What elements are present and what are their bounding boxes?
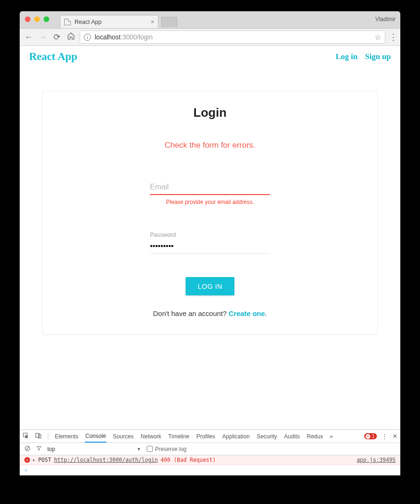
password-field-wrapper: Password [150,232,270,254]
expand-icon[interactable]: ▶ [33,458,35,462]
clear-console-icon[interactable] [24,445,30,453]
password-input[interactable] [150,239,270,254]
log-method: POST [38,457,51,463]
email-input[interactable] [150,180,270,195]
devtools-tab-profiles[interactable]: Profiles [196,430,216,443]
tab-title: React App [75,19,102,25]
svg-rect-1 [36,433,39,437]
brand-title[interactable]: React App [29,51,77,63]
form-error-message: Check the form for errors. [61,141,359,150]
forward-button: → [38,32,48,42]
inspect-icon[interactable] [22,432,29,440]
devtools-tab-console[interactable]: Console [85,430,106,443]
browser-menu-icon[interactable]: ⋮ [389,32,397,42]
reload-button[interactable]: ⟳ [52,32,62,42]
login-submit-button[interactable]: LOG IN [186,277,235,295]
devtools-tab-timeline[interactable]: Timeline [168,430,190,443]
log-url[interactable]: http://localhost:3000/auth/login [54,457,158,463]
bookmark-icon[interactable]: ☆ [375,33,381,42]
log-status: 400 (Bad Request) [161,457,216,463]
devtools-tabbar: Elements Console Sources Network Timelin… [20,430,400,443]
login-card: Login Check the form for errors. Please … [42,91,378,335]
devtools-tab-redux[interactable]: Redux [306,430,323,443]
devtools-panel: Elements Console Sources Network Timelin… [20,429,400,475]
maximize-window-button[interactable] [44,16,49,22]
page-viewport: React App Log in Sign up Login Check the… [20,46,400,475]
login-title: Login [61,105,359,120]
device-mode-icon[interactable] [35,432,42,440]
devtools-menu-icon[interactable]: ⋮ [382,433,388,440]
console-filter-bar: top ▼ Preserve log [20,443,400,455]
url-path: :3000/login [120,33,153,41]
email-error-text: Please provide your email address. [150,199,270,205]
devtools-tab-audits[interactable]: Audits [284,430,300,443]
browser-toolbar: ← → ⟳ i localhost:3000/login ☆ ⋮ [20,28,400,46]
filter-icon[interactable] [36,445,42,452]
console-prompt[interactable]: › [20,465,400,475]
devtools-tab-security[interactable]: Security [256,430,278,443]
context-selector[interactable]: top [47,446,55,452]
devtools-tab-sources[interactable]: Sources [112,430,134,443]
dropdown-icon[interactable]: ▼ [137,447,141,451]
create-account-link[interactable]: Create one [229,309,265,317]
site-info-icon[interactable]: i [84,34,91,41]
devtools-tab-network[interactable]: Network [140,430,162,443]
devtools-tab-application[interactable]: Application [222,430,250,443]
page-icon [64,19,71,25]
preserve-log-label: Preserve log [155,446,187,452]
error-icon: ✕ [24,457,30,463]
devtools-tab-elements[interactable]: Elements [54,430,79,443]
home-button[interactable] [66,32,76,42]
url-host: localhost [95,33,120,41]
devtools-close-icon[interactable]: ✕ [392,433,398,440]
new-tab-button[interactable] [161,17,177,27]
minimize-window-button[interactable] [34,16,40,22]
preserve-log-checkbox[interactable] [147,446,153,452]
window-controls [25,16,49,22]
browser-tabstrip: Vladimir React App × [20,11,400,28]
nav-signup-link[interactable]: Sign up [365,52,391,61]
browser-window: Vladimir React App × ← → ⟳ i localhost:3… [20,11,400,475]
profile-name[interactable]: Vladimir [375,16,396,23]
log-source-link[interactable]: app.js:39495 [357,457,396,463]
error-count-badge[interactable]: 1 [364,433,377,439]
close-tab-icon[interactable]: × [150,18,154,25]
close-window-button[interactable] [25,16,30,22]
address-bar[interactable]: i localhost:3000/login ☆ [80,30,385,44]
nav-login-link[interactable]: Log in [336,52,358,61]
password-label: Password [150,232,270,238]
back-button[interactable]: ← [23,32,34,42]
signup-prompt: Don't have an account? Create one. [61,309,359,317]
email-field-wrapper: Please provide your email address. [150,180,270,205]
more-tabs-icon[interactable]: » [330,433,333,440]
browser-tab[interactable]: React App × [60,15,158,28]
console-error-row[interactable]: ✕ ▶ POST http://localhost:3000/auth/logi… [20,455,400,465]
app-header: React App Log in Sign up [20,46,400,65]
